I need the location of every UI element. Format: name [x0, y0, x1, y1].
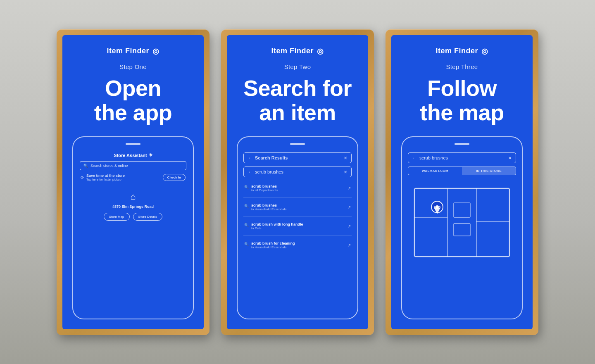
phone-content-2: ← Search Results ✕ ← scrub brushes ✕: [243, 151, 352, 253]
app-title-2: Item Finder ◎: [271, 47, 324, 56]
step-label-3: Step Three: [446, 63, 478, 70]
checkin-text-group: ⟳ Save time at the store Tap here for fa…: [81, 174, 125, 181]
query-back-arrow: ←: [248, 169, 252, 174]
result-title-0: scrub brushes: [251, 184, 278, 188]
step-label-1: Step One: [119, 63, 147, 70]
checkin-row: ⟳ Save time at the store Tap here for fa…: [80, 174, 186, 181]
search-bar-3: ← scrub brushes ✕: [408, 152, 516, 163]
panel-3-frame: Item Finder ◎ Step Three Followthe map ←…: [386, 29, 538, 335]
app-title-1: Item Finder ◎: [107, 47, 159, 56]
close-icon-2: ✕: [344, 156, 347, 160]
panel-1-inner: Item Finder ◎ Step One Openthe app Store…: [62, 35, 204, 329]
store-assistant-label: Store Assistant: [114, 153, 147, 158]
result-arrow-1: ↗: [347, 205, 351, 209]
search-query-text: scrub brushes: [255, 169, 283, 174]
result-title-3: scrub brush for cleaning: [251, 241, 295, 245]
svg-rect-5: [454, 203, 470, 217]
location-icon-2: ◎: [317, 47, 324, 56]
item-finder-label-3: Item Finder: [436, 47, 478, 55]
result-arrow-3: ↗: [347, 243, 351, 247]
phone-mockup-2: ← Search Results ✕ ← scrub brushes ✕: [237, 136, 358, 319]
result-left-0: 🔍 scrub brushes in all Departments: [244, 184, 278, 192]
result-text-0: scrub brushes in all Departments: [251, 184, 278, 192]
store-map-svg: K25: [410, 180, 514, 263]
result-search-icon-2: 🔍: [244, 223, 249, 227]
address-text: 4870 Elm Springs Road: [112, 205, 154, 209]
result-search-icon-3: 🔍: [244, 242, 249, 246]
result-text-3: scrub brush for cleaning in Household Es…: [251, 241, 295, 249]
result-search-icon-0: 🔍: [244, 185, 249, 189]
close-icon-3: ✕: [508, 156, 512, 160]
home-icon: ⌂: [130, 191, 136, 202]
location-icon-1: ◎: [152, 47, 159, 56]
store-map-area: K25: [408, 178, 516, 264]
back-arrow-icon: ←: [248, 155, 252, 160]
search-bar-mock: 🔍 Search stores & online: [80, 161, 186, 170]
button-row: Store Map Store Details: [104, 213, 163, 221]
result-text-1: scrub brushes in Household Essentials: [251, 203, 286, 211]
result-sub-2: in Pets: [251, 226, 303, 230]
phone-speaker-3: [455, 143, 469, 145]
result-left-3: 🔍 scrub brush for cleaning in Household …: [244, 241, 295, 249]
search-icon-small: 🔍: [83, 164, 88, 168]
search-bar-left: ← Search Results: [248, 155, 288, 160]
step-label-2: Step Two: [284, 63, 311, 70]
result-arrow-2: ↗: [347, 224, 351, 228]
main-heading-1: Openthe app: [94, 76, 172, 125]
result-sub-0: in all Departments: [251, 188, 278, 192]
store-details-button[interactable]: Store Details: [133, 213, 163, 221]
main-heading-2: Search foran item: [243, 76, 352, 125]
svg-rect-6: [454, 224, 470, 236]
main-heading-3: Followthe map: [420, 76, 504, 125]
app-title-3: Item Finder ◎: [436, 47, 488, 56]
home-icon-area: ⌂ 4870 Elm Springs Road Store Map Store …: [80, 191, 186, 221]
phone-content-3: ← scrub brushes ✕ WALMART.COM IN THIS ST…: [408, 151, 516, 266]
store-assistant-header: Store Assistant ✳: [80, 152, 186, 158]
checkin-button[interactable]: Check In: [163, 174, 186, 181]
result-left-2: 🔍 scrub brush with long handle in Pets: [244, 222, 303, 230]
query-bar-left: ← scrub brushes: [248, 169, 283, 174]
panel-2-inner: Item Finder ◎ Step Two Search foran item…: [227, 35, 368, 329]
search-results-bar: ← Search Results ✕: [243, 152, 352, 163]
result-left-1: 🔍 scrub brushes in Household Essentials: [244, 203, 286, 211]
search-query-3: scrub brushes: [419, 155, 448, 160]
checkin-title: Save time at the store: [86, 174, 125, 178]
search-results-text: Search Results: [255, 155, 288, 160]
search-placeholder: Search stores & online: [90, 164, 128, 168]
search-query-bar: ← scrub brushes ✕: [243, 167, 352, 177]
svg-text:K25: K25: [434, 205, 441, 209]
walmart-spark-icon: ✳: [149, 152, 152, 158]
result-item-3[interactable]: 🔍 scrub brush for cleaning in Household …: [243, 239, 352, 251]
tab-in-this-store[interactable]: IN THIS STORE: [462, 167, 516, 175]
search-bar-left-3: ← scrub brushes: [412, 155, 448, 160]
item-finder-label-2: Item Finder: [271, 47, 314, 55]
result-sep-0: [243, 197, 352, 198]
result-arrow-0: ↗: [347, 186, 351, 190]
checkin-text: Save time at the store Tap here for fast…: [86, 174, 125, 181]
result-item-2[interactable]: 🔍 scrub brush with long handle in Pets ↗: [243, 220, 352, 232]
result-sep-1: [243, 216, 352, 217]
result-title-1: scrub brushes: [251, 203, 286, 207]
tab-walmart-com[interactable]: WALMART.COM: [408, 167, 462, 175]
checkin-icon: ⟳: [81, 175, 84, 180]
svg-rect-0: [414, 188, 509, 257]
panel-1-frame: Item Finder ◎ Step One Openthe app Store…: [57, 29, 209, 335]
tabs-row: WALMART.COM IN THIS STORE: [408, 167, 516, 175]
result-sub-3: in Household Essentials: [251, 245, 295, 249]
result-sep-2: [243, 236, 352, 236]
panel-2-frame: Item Finder ◎ Step Two Search foran item…: [221, 29, 374, 335]
result-item-1[interactable]: 🔍 scrub brushes in Household Essentials …: [243, 201, 352, 213]
back-arrow-3: ←: [412, 155, 417, 160]
result-text-2: scrub brush with long handle in Pets: [251, 222, 303, 230]
result-title-2: scrub brush with long handle: [251, 222, 303, 226]
item-finder-label-1: Item Finder: [107, 47, 149, 55]
phone-speaker-1: [126, 143, 140, 145]
result-search-icon-1: 🔍: [244, 204, 249, 208]
phone-content-1: Store Assistant ✳ 🔍 Search stores & onli…: [79, 151, 187, 227]
panel-3-inner: Item Finder ◎ Step Three Followthe map ←…: [391, 35, 533, 329]
store-map-button[interactable]: Store Map: [104, 213, 130, 221]
close-icon-query: ✕: [344, 170, 347, 174]
result-item-0[interactable]: 🔍 scrub brushes in all Departments ↗: [243, 182, 352, 194]
wall-background: Item Finder ◎ Step One Openthe app Store…: [0, 0, 595, 364]
phone-speaker-2: [290, 143, 305, 145]
